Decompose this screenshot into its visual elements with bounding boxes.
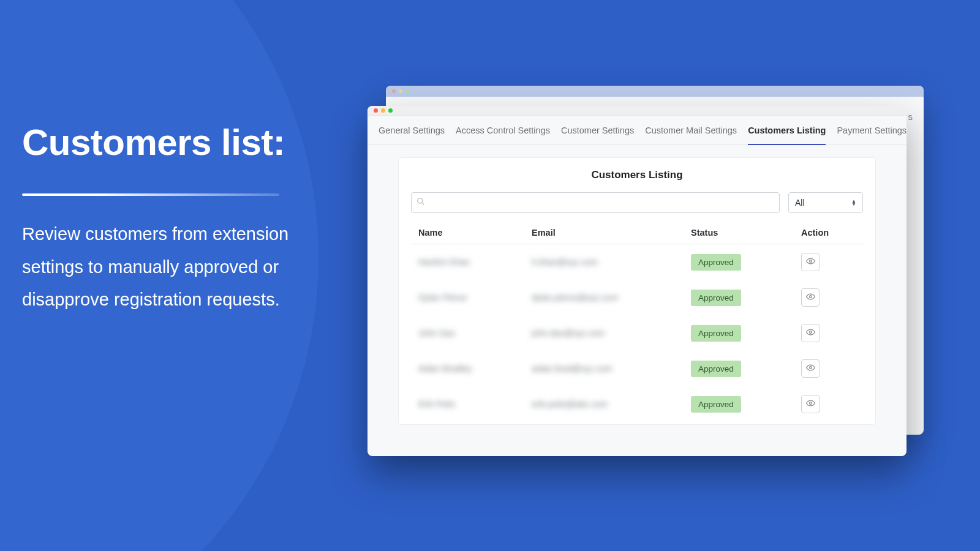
customers-table: Name Email Status Action Hashim Khanh.kh… [411, 222, 863, 422]
search-input-wrapper[interactable] [411, 192, 780, 213]
cell-email: dylan.pierce@xyz.com [532, 293, 618, 302]
svg-point-0 [418, 198, 423, 203]
eye-icon [806, 292, 815, 303]
status-badge: Approved [691, 396, 741, 413]
view-button[interactable] [801, 359, 820, 378]
eye-icon [806, 363, 815, 374]
window-back-titlebar [386, 86, 924, 97]
eye-icon [806, 257, 815, 268]
traffic-light-close-icon [392, 89, 396, 93]
traffic-light-close-icon[interactable] [374, 108, 378, 113]
status-filter-value: All [795, 198, 805, 208]
status-badge: Approved [691, 325, 741, 342]
hero: Customers list: Review customers from ex… [22, 122, 341, 317]
view-button[interactable] [801, 395, 820, 413]
col-header-name: Name [411, 222, 524, 244]
tab-payment-settings[interactable]: Payment Settings [837, 126, 907, 144]
svg-point-3 [809, 296, 812, 298]
col-header-status: Status [684, 222, 794, 244]
view-button[interactable] [801, 253, 820, 271]
search-input[interactable] [429, 198, 774, 208]
cell-name: Dylan Pierce [418, 293, 467, 302]
cell-name: John Dao [418, 328, 455, 338]
svg-point-4 [809, 331, 812, 334]
select-arrows-icon: ▲▼ [851, 200, 856, 206]
traffic-light-min-icon[interactable] [381, 108, 385, 113]
stage: Customers list: Review customers from ex… [0, 0, 980, 551]
cell-name: Erik Potts [418, 399, 455, 409]
status-filter-select[interactable]: All ▲▼ [788, 192, 863, 213]
view-button[interactable] [801, 288, 820, 307]
settings-tabs: General Settings Access Control Settings… [368, 116, 907, 145]
cell-name: Hashim Khan [418, 257, 470, 267]
status-badge: Approved [691, 254, 741, 271]
customers-listing-card: Customers Listing All ▲▼ Name E [398, 157, 876, 425]
panel-title: Customers Listing [411, 169, 863, 181]
search-icon [417, 197, 425, 208]
tab-general-settings[interactable]: General Settings [379, 126, 445, 144]
window-titlebar [368, 106, 907, 116]
status-badge: Approved [691, 361, 741, 377]
panel-controls: All ▲▼ [411, 192, 863, 213]
window-back-tab-fragment: s [908, 111, 913, 122]
traffic-light-max-icon[interactable] [388, 108, 393, 113]
svg-point-2 [809, 260, 812, 263]
svg-point-5 [809, 367, 812, 369]
col-header-action: Action [794, 222, 863, 244]
status-badge: Approved [691, 290, 741, 306]
cell-email: erik.potts@abc.com [532, 399, 608, 409]
cell-email: aidan.brad@xyz.com [532, 364, 612, 373]
eye-icon [806, 399, 815, 410]
table-row: John Daojohn.dao@xyz.comApproved [411, 315, 863, 351]
cell-name: Aidan Bradley [418, 364, 472, 373]
tab-customers-listing[interactable]: Customers Listing [748, 126, 826, 145]
tab-customer-settings[interactable]: Customer Settings [561, 126, 634, 144]
table-row: Hashim Khanh.khan@xyz.comApproved [411, 244, 863, 280]
cell-email: h.khan@xyz.com [532, 257, 598, 267]
table-row: Dylan Piercedylan.pierce@xyz.comApproved [411, 280, 863, 315]
window-foreground: General Settings Access Control Settings… [368, 106, 907, 456]
hero-body: Review customers from extension settings… [22, 218, 341, 317]
tab-customer-mail-settings[interactable]: Customer Mail Settings [645, 126, 737, 144]
eye-icon [806, 328, 815, 339]
svg-point-6 [809, 402, 812, 405]
hero-title: Customers list: [22, 122, 341, 163]
traffic-light-min-icon [399, 89, 402, 93]
cell-email: john.dao@xyz.com [532, 328, 605, 338]
view-button[interactable] [801, 324, 820, 342]
col-header-email: Email [524, 222, 684, 244]
traffic-light-max-icon [405, 89, 409, 93]
table-row: Aidan Bradleyaidan.brad@xyz.comApproved [411, 351, 863, 386]
hero-rule [22, 193, 279, 196]
table-row: Erik Pottserik.potts@abc.comApproved [411, 386, 863, 422]
tab-access-control-settings[interactable]: Access Control Settings [456, 126, 550, 144]
svg-line-1 [422, 203, 424, 204]
